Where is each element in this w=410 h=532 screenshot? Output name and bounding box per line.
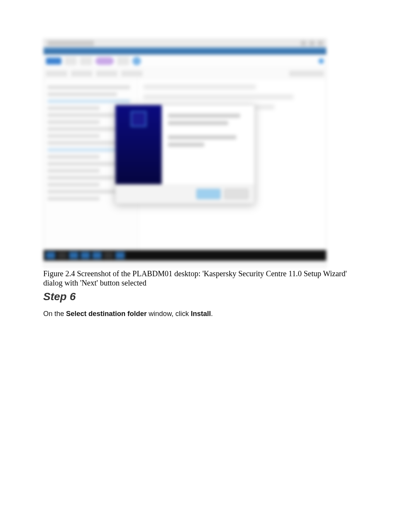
tree-item [47,127,117,131]
tree-item [47,176,117,180]
instruction-text: On the Select destination folder window,… [43,310,367,318]
start-button-icon [46,252,55,259]
toolbar-highlight [95,57,114,65]
toolbar-item [64,57,77,65]
tree-item [47,190,117,194]
dialog-banner [115,105,162,184]
tree-item [47,183,100,187]
tree-item [47,106,100,110]
tree-item-selected [47,99,130,103]
tree-item [47,162,117,166]
tree-item [47,197,100,201]
window-titlebar [44,39,326,48]
max-icon [309,41,315,46]
tree-item [47,148,117,152]
tree-item [47,113,117,117]
figure-caption: Figure 2.4 Screenshot of the PLABDM01 de… [43,269,367,287]
taskbar-item [58,252,67,259]
taskbar-item [81,252,90,259]
taskbar-item [115,252,125,259]
dialog-body [115,105,254,184]
content-line [143,85,256,89]
ribbon-bar [44,68,326,79]
instruction-middle: window, click [147,310,191,318]
window-controls [301,41,323,46]
toolbar-item [117,57,129,65]
cancel-button[interactable] [224,189,248,199]
tree-item [47,155,100,159]
toolbar-status-icon [319,58,324,64]
tree-item [47,92,117,96]
toolbar-button [46,58,61,65]
next-button[interactable] [197,189,220,199]
taskbar-item [104,252,113,259]
dialog-footer [115,184,254,204]
instruction-bold-2: Install [191,310,211,318]
ribbon-item [121,71,142,76]
window-title-placeholder [47,41,94,46]
dialog-text-line [168,135,236,139]
ribbon-item [96,71,117,76]
tree-item [47,169,100,173]
close-icon [318,41,323,46]
taskbar-item [69,252,78,259]
instruction-prefix: On the [43,310,66,318]
dialog-text-line [168,143,204,147]
dialog-heading-line [168,114,240,118]
tree-item [47,85,130,89]
tree-item [47,120,100,124]
setup-wizard-dialog [115,105,255,204]
tree-item [47,134,100,138]
instruction-suffix: . [211,310,213,318]
step-heading: Step 6 [43,291,367,303]
browser-tabbar [44,48,326,54]
taskbar-item [92,252,102,259]
dialog-heading-line [168,121,228,125]
dialog-content [162,105,254,184]
content-line [143,95,293,99]
toolbar-circle-icon [132,57,141,65]
instruction-bold-1: Select destination folder [66,310,147,318]
ribbon-item [71,71,92,76]
document-page: Figure 2.4 Screenshot of the PLABDM01 de… [0,0,410,318]
min-icon [301,41,306,46]
kaspersky-logo-icon [131,111,146,127]
ribbon-right [289,71,324,76]
toolbar-item [80,57,92,65]
toolbar [44,54,326,68]
screenshot-image [43,39,327,267]
taskbar [44,250,326,261]
figure-container: Figure 2.4 Screenshot of the PLABDM01 de… [43,39,367,287]
ribbon-item [46,71,67,76]
